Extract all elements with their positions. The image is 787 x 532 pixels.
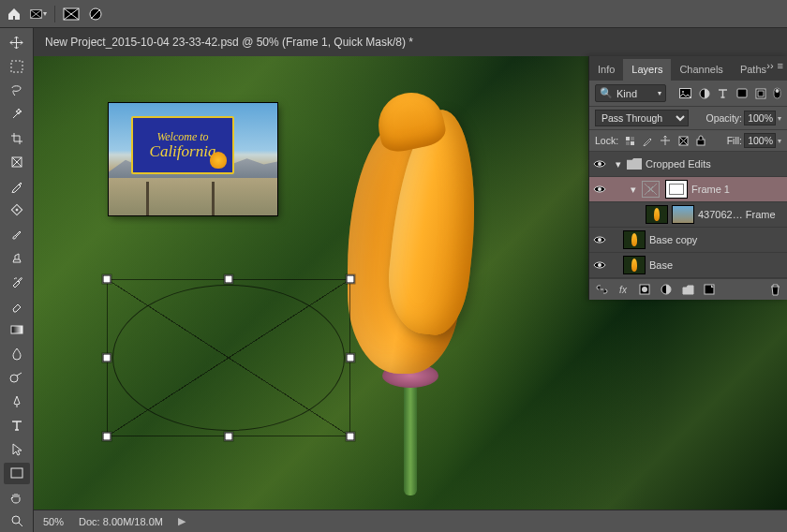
brush-tool[interactable] <box>4 223 30 245</box>
document-tab-bar: New Project_2015-10-04 23-33-42.psd @ 50… <box>34 28 787 56</box>
transform-handle[interactable] <box>225 433 233 441</box>
rectangle-tool[interactable] <box>4 463 30 485</box>
layer-name[interactable]: 437062… Frame <box>698 209 783 220</box>
type-tool[interactable] <box>4 415 30 437</box>
shape-exclude-icon[interactable] <box>87 6 104 22</box>
history-brush-tool[interactable] <box>4 271 30 293</box>
path-select-tool[interactable] <box>4 438 30 461</box>
gradient-tool[interactable] <box>4 318 30 341</box>
transform-handle[interactable] <box>103 354 111 362</box>
disclosure-icon[interactable]: ▾ <box>629 184 638 196</box>
home-icon[interactable] <box>6 6 22 22</box>
chevron-down-icon[interactable]: ▾ <box>778 114 781 123</box>
filter-type-icon[interactable] <box>716 86 730 100</box>
shape-frame-icon[interactable] <box>63 6 80 22</box>
patch-tool[interactable] <box>4 200 30 222</box>
mask-icon[interactable] <box>638 283 651 296</box>
new-layer-icon[interactable] <box>703 283 716 296</box>
transform-handle[interactable] <box>225 275 233 284</box>
tab-info[interactable]: Info <box>589 59 623 81</box>
svg-point-25 <box>775 89 779 93</box>
panel-tabs: Info Layers Channels Paths ›› ≡ <box>589 56 787 81</box>
zoom-tool[interactable] <box>4 510 30 532</box>
layer-name[interactable]: Cropped Edits <box>646 158 783 170</box>
layers-panel-footer: fx <box>589 278 787 300</box>
eyedropper-tool[interactable] <box>4 175 30 198</box>
layer-row[interactable]: Base <box>589 253 787 278</box>
status-menu-caret[interactable]: ▶ <box>178 515 186 527</box>
magic-wand-tool[interactable] <box>4 104 30 126</box>
placed-image-sign[interactable]: Welcome to California <box>109 103 277 215</box>
layer-group-row[interactable]: ▾ Cropped Edits <box>589 152 787 177</box>
group-icon[interactable] <box>681 283 694 296</box>
filter-image-icon[interactable] <box>678 86 692 100</box>
clone-stamp-tool[interactable] <box>4 247 30 270</box>
transform-handle[interactable] <box>347 275 355 284</box>
lock-all-icon[interactable] <box>694 134 707 147</box>
disclosure-icon[interactable]: ▾ <box>614 158 623 170</box>
svg-rect-21 <box>737 89 747 97</box>
status-zoom[interactable]: 50% <box>43 516 64 527</box>
filter-shape-icon[interactable] <box>735 86 749 100</box>
layer-row[interactable]: Base copy <box>589 228 787 253</box>
layer-name[interactable]: Base <box>649 259 783 271</box>
transform-handle[interactable] <box>347 433 355 441</box>
lock-artboard-icon[interactable] <box>659 134 672 147</box>
layer-filter-kind-input[interactable] <box>616 88 654 99</box>
fx-icon[interactable]: fx <box>616 283 630 296</box>
trash-icon[interactable] <box>768 283 781 296</box>
tab-channels[interactable]: Channels <box>671 59 731 81</box>
document-tab[interactable]: New Project_2015-10-04 23-33-42.psd @ 50… <box>34 30 424 54</box>
panel-menu-icon[interactable]: ≡ <box>778 60 783 71</box>
eraser-tool[interactable] <box>4 295 30 318</box>
svg-rect-16 <box>11 468 22 478</box>
svg-point-15 <box>10 375 18 382</box>
blur-tool[interactable] <box>4 343 30 365</box>
svg-point-33 <box>598 187 601 191</box>
status-doc-value: 8.00M/18.0M <box>103 516 163 527</box>
move-tool[interactable] <box>4 32 30 54</box>
chevron-down-icon[interactable]: ▾ <box>778 137 781 145</box>
layer-filter-kind[interactable]: 🔍 ▾ <box>595 84 666 102</box>
visibility-icon[interactable] <box>589 159 610 169</box>
lock-frame-icon[interactable] <box>676 134 690 147</box>
link-layers-icon[interactable] <box>595 283 608 296</box>
layer-smart-row[interactable]: 437062… Frame <box>589 202 787 228</box>
blend-mode-row: Pass Through Opacity: ▾ <box>589 107 787 130</box>
panel-collapse-icon[interactable]: ›› <box>766 60 773 71</box>
ellipse-transform-box[interactable] <box>107 279 350 436</box>
layer-name[interactable]: Frame 1 <box>691 184 783 195</box>
tools-toolbar <box>0 28 34 532</box>
transform-handle[interactable] <box>103 433 111 441</box>
layer-frame-row[interactable]: ▾ Frame 1 <box>589 177 787 202</box>
visibility-icon[interactable] <box>589 260 610 270</box>
adjustment-icon[interactable] <box>660 283 673 296</box>
svg-point-17 <box>12 516 20 524</box>
crop-tool[interactable] <box>4 127 30 150</box>
transform-handle[interactable] <box>103 275 111 284</box>
visibility-icon[interactable] <box>589 235 610 244</box>
tab-layers[interactable]: Layers <box>623 59 671 81</box>
marquee-tool[interactable] <box>4 56 30 79</box>
shape-options-icon[interactable]: ▾ <box>30 6 47 22</box>
hand-tool[interactable] <box>4 486 30 509</box>
filter-adjust-icon[interactable] <box>697 86 711 100</box>
layer-mask-thumb[interactable] <box>665 180 688 199</box>
lasso-tool[interactable] <box>4 80 30 102</box>
lock-position-icon[interactable] <box>641 134 654 147</box>
pen-tool[interactable] <box>4 391 30 413</box>
opacity-input[interactable] <box>744 111 776 126</box>
dodge-tool[interactable] <box>4 366 30 389</box>
options-bar: ▾ <box>0 0 787 28</box>
lock-pixels-icon[interactable] <box>623 134 636 147</box>
layer-name[interactable]: Base copy <box>649 234 783 245</box>
lock-row: Lock: Fill: ▾ <box>589 130 787 152</box>
blend-mode-select[interactable]: Pass Through <box>595 110 689 126</box>
filter-toggle-icon[interactable] <box>772 86 781 100</box>
layers-panel: Info Layers Channels Paths ›› ≡ 🔍 ▾ Pass… <box>588 56 787 300</box>
fill-input[interactable] <box>744 133 776 148</box>
filter-smart-icon[interactable] <box>753 86 767 100</box>
visibility-icon[interactable] <box>589 185 610 194</box>
frame-tool[interactable] <box>4 152 30 174</box>
transform-handle[interactable] <box>347 354 355 362</box>
